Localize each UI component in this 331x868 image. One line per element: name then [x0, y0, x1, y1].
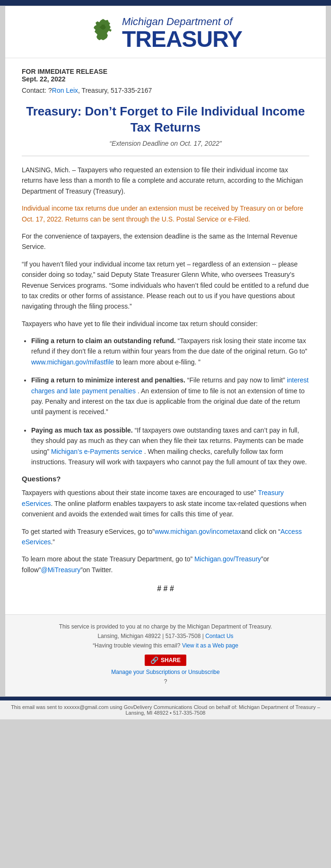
contact-name-link[interactable]: Ron Leix	[52, 87, 78, 94]
bullet3-link[interactable]: Michigan’s e-Payments service	[51, 448, 142, 455]
treasury-label: TREASURY	[122, 28, 242, 51]
email-sent-text: This email was sent to xxxxxx@gmail.com …	[11, 704, 320, 716]
share-button[interactable]: 🔗 SHARE	[145, 655, 186, 666]
divider	[22, 156, 309, 156]
view-web-page-link[interactable]: View it as a Web page	[182, 642, 238, 649]
bullet1-link[interactable]: www.michigan.gov/mifastfile	[31, 358, 114, 366]
footer-manage: Manage your Subscriptions or Unsubscribe	[15, 669, 316, 675]
p7-part1: To get started with Treasury eServices, …	[22, 528, 155, 535]
release-info: FOR IMMEDIATE RELEASE Sept. 22, 2022 Con…	[22, 68, 309, 94]
share-label: SHARE	[161, 657, 181, 664]
p6-part2: . The online platform enables taxpayers …	[22, 500, 306, 518]
footer-line2: Lansing, Michigan 48922 | 517-335-7508 |…	[15, 633, 316, 639]
michigan-treasury-link[interactable]: Michigan.gov/Treasury	[194, 555, 261, 563]
contact-suffix: , Treasury, 517-335-2167	[78, 87, 152, 94]
list-item: Paying as much tax as possible. “If taxp…	[31, 425, 309, 468]
contact-prefix: Contact: ?	[22, 87, 52, 94]
for-immediate-release: FOR IMMEDIATE RELEASE	[22, 68, 309, 75]
body-p4: “If you haven’t filed your individual in…	[22, 259, 309, 312]
body-p1: LANSING, Mich. – Taxpayers who requested…	[22, 165, 309, 196]
body-p2: Individual income tax returns due under …	[22, 203, 309, 224]
body-p5: Taxpayers who have yet to file their ind…	[22, 319, 309, 329]
list-item: Filing a return to minimize interest and…	[31, 375, 309, 417]
trouble-prefix: “Having trouble viewing this email?	[93, 642, 180, 649]
bullet1-bold: Filing a return to claim an outstanding …	[31, 337, 176, 345]
contact-line: Contact: ?Ron Leix, Treasury, 517-335-21…	[22, 87, 309, 94]
contact-us-link[interactable]: Contact Us	[205, 633, 233, 639]
body-p3: For the convenience of taxpayers, the ex…	[22, 231, 309, 252]
bullet3-bold: Paying as much tax as possible.	[31, 426, 133, 434]
footer-address: Lansing, Michigan 48922 | 517-335-7508 |	[97, 633, 203, 639]
dept-title: Michigan Department of TREASURY	[122, 16, 242, 51]
top-bar	[0, 0, 331, 6]
manage-subscriptions-link[interactable]: Manage your Subscriptions or Unsubscribe	[111, 669, 219, 675]
share-icon: 🔗	[150, 656, 158, 664]
logo-area: Michigan Department of TREASURY	[89, 16, 242, 51]
p6-part1: Taxpayers with questions about their sta…	[22, 489, 258, 496]
footer-question: ?	[15, 678, 316, 685]
questions-heading: Questions?	[22, 475, 309, 483]
share-button-wrapper: 🔗 SHARE	[15, 652, 316, 669]
bullet1-after: to learn more about e-filing. ”	[116, 358, 200, 366]
content-section: FOR IMMEDIATE RELEASE Sept. 22, 2022 Con…	[5, 58, 326, 614]
footer-line1: This service is provided to you at no ch…	[15, 623, 316, 630]
mitreasury-twitter-link[interactable]: @MiTreasury	[41, 566, 80, 574]
p7-part2: and click on “	[242, 528, 280, 535]
michigan-map-icon	[89, 17, 117, 50]
p7-part3: .”	[51, 538, 55, 546]
body-p7: To get started with Treasury eServices, …	[22, 526, 309, 548]
release-date: Sept. 22, 2022	[22, 75, 309, 83]
incometax-link[interactable]: www.michigan.gov/incometax	[155, 528, 242, 535]
main-headline: Treasury: Don’t Forget to File Individua…	[22, 104, 309, 136]
body-p8: To learn more about the state Treasury D…	[22, 554, 309, 575]
footer-line3: “Having trouble viewing this email? View…	[15, 642, 316, 649]
header-section: Michigan Department of TREASURY	[5, 6, 326, 58]
end-marks: # # #	[22, 585, 309, 593]
bullet2-bold: Filing a return to minimize interest and…	[31, 376, 185, 384]
email-sent-footer: This email was sent to xxxxxx@gmail.com …	[0, 700, 331, 719]
list-item: Filing a return to claim an outstanding …	[31, 336, 309, 367]
p8-part1: To learn more about the state Treasury D…	[22, 555, 194, 563]
consider-list: Filing a return to claim an outstanding …	[31, 336, 309, 467]
headline-section: Treasury: Don’t Forget to File Individua…	[22, 104, 309, 147]
body-p6: Taxpayers with questions about their sta…	[22, 487, 309, 519]
bottom-bar	[0, 697, 331, 700]
footer-section: This service is provided to you at no ch…	[5, 614, 326, 696]
p8-end: ”on Twitter.	[80, 566, 113, 574]
sub-headline: “Extension Deadline on Oct. 17, 2022”	[22, 140, 309, 147]
bullet2-text: “File returns and pay now to limit”	[187, 376, 285, 384]
